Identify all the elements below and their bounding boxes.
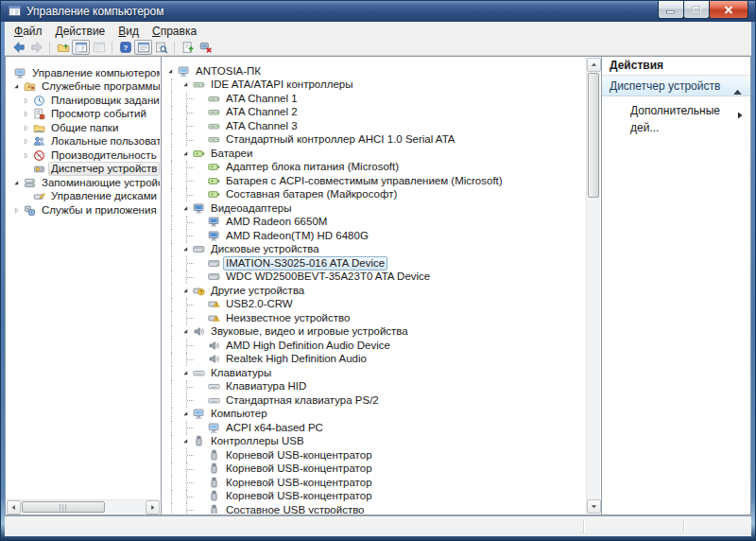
device-tree-item[interactable]: Компьютер [163,408,586,422]
console-tree-item[interactable]: Локальные пользовате [7,135,160,149]
console-tree-item[interactable]: Управление компьютером (л [7,66,160,80]
tree-guide-line [187,263,194,264]
collapsed-arrow-icon[interactable] [20,149,31,161]
scroll-right-button[interactable] [146,500,160,515]
console-tree-item[interactable]: Служебные программы [7,80,160,95]
console-tree-item[interactable]: Планировщик заданий [7,94,160,108]
device-tree-item[interactable]: Звуковые, видео и игровые устройства [163,325,586,340]
close-button[interactable] [709,1,748,19]
device-tree-item[interactable]: Батареи [163,147,586,161]
device-tree-item[interactable]: Клавиатура HID [163,380,586,394]
forward-button[interactable] [27,40,45,55]
device-tree-item[interactable]: IMATION-S3025-016 ATA Device [163,256,586,270]
expanded-arrow-icon[interactable] [180,326,191,338]
expanded-arrow-icon[interactable] [10,177,22,188]
console-tree-item[interactable]: Просмотр событий [7,108,160,122]
device-tree-item[interactable]: Адаптер блока питания (Microsoft) [163,161,586,175]
scroll-up-button[interactable] [587,58,601,72]
device-tree-item[interactable]: Стандартный контроллер AHCI 1.0 Serial A… [163,133,586,148]
up-level-button[interactable] [54,40,72,55]
menu-item-3[interactable]: Справка [146,23,203,40]
device-tree-item[interactable]: Дисковые устройства [163,243,586,257]
find-button[interactable] [152,40,170,55]
console-tree-item[interactable]: Запоминающие устройст [7,176,160,190]
console-tree-item[interactable]: Службы и приложения [7,203,160,218]
device-tree-item[interactable]: ACPI x64-based PC [163,421,586,435]
device-tree-item[interactable]: Корневой USB-концентратор [163,476,586,490]
vertical-scrollbar[interactable] [586,58,600,514]
device-tree-item[interactable]: Составное USB устройство [163,503,586,514]
device-tree-item[interactable]: Контроллеры USB [163,435,586,449]
expanded-arrow-icon[interactable] [180,148,191,159]
device-tree-item[interactable]: USB2.0-CRW [163,298,586,312]
device-tree-item[interactable]: WDC WD2500BEVT-35A23T0 ATA Device [163,270,586,285]
update-driver-button[interactable] [179,40,197,55]
back-button[interactable] [9,40,27,55]
device-tree-item[interactable]: IDE ATA/ATAPI контроллеры [163,79,586,93]
device-tree-item[interactable]: AMD High Definition Audio Device [163,339,586,353]
scroll-left-button[interactable] [7,500,21,515]
tree-guide-line [171,188,172,202]
collapsed-arrow-icon[interactable] [20,109,31,120]
title-bar[interactable]: Управление компьютером [1,1,755,22]
device-tree-item[interactable]: Стандартная клавиатура PS/2 [163,393,586,408]
expanded-arrow-icon[interactable] [180,285,191,296]
device-tree-item[interactable]: Видеоадаптеры [163,201,586,216]
expanded-arrow-icon[interactable] [180,409,191,420]
device-tree-item[interactable]: ATA Channel 1 [163,92,586,106]
scrollbar-thumb[interactable] [588,73,599,198]
device-tree-item[interactable]: Составная батарея (Майкрософт) [163,188,586,202]
console-tree-item[interactable]: Производительность [7,148,160,163]
expanded-arrow-icon[interactable] [180,367,191,378]
device-tree-item[interactable]: Realtek High Definition Audio [163,353,586,367]
expanded-arrow-icon[interactable] [164,65,176,77]
device-tree-item[interactable]: Неизвестное устройство [163,311,586,325]
console-tree-item[interactable]: Управление дисками [7,190,160,204]
device-tree-item[interactable]: AMD Radeon 6650M [163,216,586,230]
console-tree-item[interactable]: Диспетчер устройств [7,163,160,177]
menu-item-0[interactable]: Файл [8,23,49,40]
expanded-arrow-icon[interactable] [180,436,191,447]
menu-item-2[interactable]: Вид [112,23,146,40]
expanded-arrow-icon[interactable] [180,202,191,214]
collapsed-arrow-icon[interactable] [10,204,22,216]
device-tree-item[interactable]: Корневой USB-концентратор [163,490,586,504]
actions-more-item[interactable]: Дополнительные дей... [602,102,750,119]
minimize-button[interactable] [658,1,684,19]
actions-section-device-manager[interactable]: Диспетчер устройств [602,76,750,96]
scrollbar-thumb[interactable] [22,501,105,513]
device-tree-item[interactable]: AMD Radeon(TM) HD 6480G [163,229,586,243]
help-button[interactable]: ? [116,40,134,55]
device-tree-item[interactable]: Корневой USB-концентратор [163,448,586,462]
properties-button[interactable] [90,40,108,55]
console-tree-item[interactable]: Общие папки [7,121,160,135]
maximize-button[interactable] [683,1,710,19]
actions-more-label: Дополнительные дей... [630,104,720,134]
collapsed-arrow-icon[interactable] [20,136,31,148]
device-tree-item[interactable]: Батарея с ACPI-совместимым управлением (… [163,174,586,188]
collapse-arrow-icon[interactable] [733,82,742,101]
device-tree-item-label: ATA Channel 2 [223,105,301,119]
collapsed-arrow-icon[interactable] [20,122,31,133]
device-tree-item[interactable]: ATA Channel 3 [163,119,586,133]
horizontal-scrollbar[interactable] [7,499,160,514]
tree-guide-line [171,147,172,161]
console-tree-button[interactable] [72,40,90,55]
uninstall-button[interactable] [197,40,215,55]
svg-text:?: ? [199,289,202,295]
device-tree-item[interactable]: Корневой USB-концентратор [163,462,586,477]
menu-item-1[interactable]: Действие [49,23,112,40]
expanded-arrow-icon[interactable] [180,244,191,255]
scroll-down-button[interactable] [587,499,601,514]
tree-guide-line [171,408,172,422]
device-tree-item[interactable]: ANTOSIA-ПК [163,64,586,79]
expanded-arrow-icon[interactable] [180,79,191,91]
device-tree-item[interactable]: ATA Channel 2 [163,106,586,120]
collapsed-arrow-icon[interactable] [20,95,31,106]
device-tree-item[interactable]: ?Другие устройства [163,284,586,298]
console-window-button[interactable] [134,40,152,55]
content-area: Управление компьютером (лСлужебные прогр… [5,56,751,515]
expanded-arrow-icon[interactable] [10,81,22,93]
expander-spacer [195,162,206,173]
device-tree-item[interactable]: Клавиатуры [163,366,586,380]
